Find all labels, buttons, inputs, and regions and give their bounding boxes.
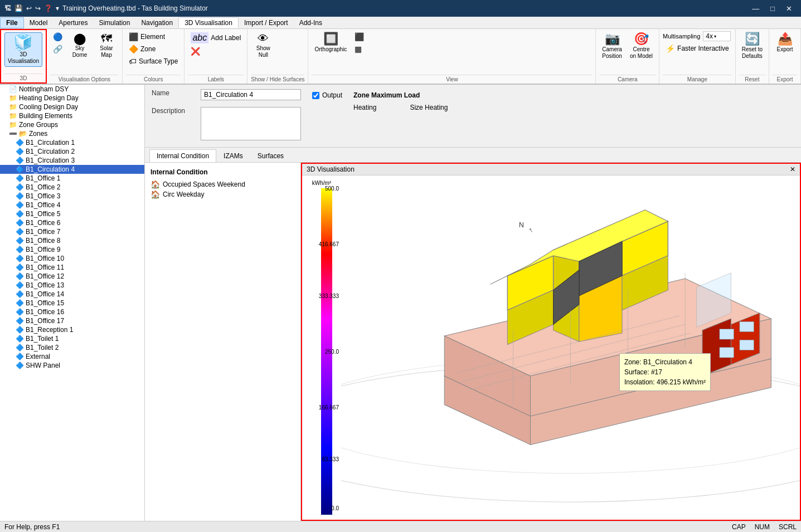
btn-reset-defaults-label: Reset toDefaults xyxy=(742,46,763,60)
btn-view-2d[interactable]: ⬛ xyxy=(352,31,367,42)
ic-item-2[interactable]: 🏠 Circ Weekday xyxy=(151,189,295,199)
quick-access-redo[interactable]: ↪ xyxy=(35,4,41,12)
b1-office-8-icon: 🔷 xyxy=(16,237,24,245)
sidebar-item-heating-design-day[interactable]: 📁 Heating Design Day xyxy=(0,94,144,103)
quick-access-help[interactable]: ❓ xyxy=(44,4,52,12)
ribbon-group-camera-content: 📷 CameraPosition 🎯 Centreon Model xyxy=(599,31,656,74)
sidebar-item-b1-office-17[interactable]: 🔷 B1_Office 17 xyxy=(0,316,144,325)
btn-view-grid[interactable]: ▦ xyxy=(352,43,367,55)
btn-3d-visualisation[interactable]: 🧊 3DVisualisation xyxy=(4,32,42,67)
btn-reset-defaults[interactable]: 🔄 Reset toDefaults xyxy=(739,31,765,61)
svg-text:N: N xyxy=(519,221,524,229)
building-canvas[interactable]: ↑ N xyxy=(341,175,800,519)
name-field-label: Name xyxy=(152,89,196,97)
menu-apertures[interactable]: Apertures xyxy=(53,18,93,28)
sidebar-item-b1-office-5[interactable]: 🔷 B1_Office 5 xyxy=(0,209,144,218)
btn-remove-label[interactable]: ❌ xyxy=(188,46,244,57)
name-input[interactable] xyxy=(201,89,301,100)
menu-model[interactable]: Model xyxy=(24,18,54,28)
sidebar-item-b1-office-8[interactable]: 🔷 B1_Office 8 xyxy=(0,236,144,245)
size-heating-col-label: Size Heating xyxy=(410,104,448,111)
btn-element-colour[interactable]: ⬛ Element xyxy=(126,31,181,42)
quick-access-save[interactable]: 💾 xyxy=(14,4,23,12)
zone-max-load-section: Zone Maximum Load Heating Size Heating xyxy=(353,89,794,111)
sidebar-item-b1-reception-1[interactable]: 🔷 B1_Reception 1 xyxy=(0,325,144,334)
sidebar-item-building-elements[interactable]: 📁 Building Elements xyxy=(0,111,144,120)
scale-label-416: 416.667 xyxy=(319,241,339,247)
btn-camera-position[interactable]: 📷 CameraPosition xyxy=(599,31,625,61)
sidebar-item-b1-office-16[interactable]: 🔷 B1_Office 16 xyxy=(0,308,144,316)
sidebar-item-b1-office-15[interactable]: 🔷 B1_Office 15 xyxy=(0,299,144,308)
sidebar-item-b1-office-1[interactable]: 🔷 B1_Office 1 xyxy=(0,174,144,183)
btn-solar-map[interactable]: 🗺 SolarMap xyxy=(94,31,119,60)
ribbon-group-3d: 🧊 3DVisualisation 3D xyxy=(0,29,47,84)
btn-surface-type[interactable]: 🏷 Surface Type xyxy=(126,56,181,67)
quick-access-dropdown[interactable]: ▾ xyxy=(56,4,59,12)
btn-faster-interactive[interactable]: ⚡ Faster Interactive xyxy=(663,43,732,54)
sidebar-tree: 📄 Nottingham DSY 📁 Heating Design Day 📁 … xyxy=(0,85,145,521)
btn-faster-interactive-label: Faster Interactive xyxy=(677,45,729,52)
sidebar-item-b1-office-9[interactable]: 🔷 B1_Office 9 xyxy=(0,245,144,254)
menu-file[interactable]: File xyxy=(0,17,24,28)
sidebar-item-b1-circ-2[interactable]: 🔷 B1_Circulation 2 xyxy=(0,147,144,156)
btn-add-label-text: Add Label xyxy=(211,34,241,42)
close-button[interactable]: ✕ xyxy=(781,3,797,14)
menu-simulation[interactable]: Simulation xyxy=(93,18,135,28)
menu-add-ins[interactable]: Add-Ins xyxy=(294,18,328,28)
sidebar-item-b1-office-12[interactable]: 🔷 B1_Office 12 xyxy=(0,272,144,281)
output-checkbox[interactable] xyxy=(312,92,319,99)
tab-izams[interactable]: IZAMs xyxy=(216,149,250,162)
external-icon: 🔷 xyxy=(16,353,24,360)
quick-access-undo[interactable]: ↩ xyxy=(26,4,32,12)
scale-label-250: 250.0 xyxy=(325,349,339,355)
sidebar-item-b1-office-4[interactable]: 🔷 B1_Office 4 xyxy=(0,201,144,209)
sidebar-item-b1-office-3[interactable]: 🔷 B1_Office 3 xyxy=(0,192,144,201)
tab-content-area: Internal Condition 🏠 Occupied Spaces Wee… xyxy=(145,163,301,521)
btn-show-null[interactable]: 👁 ShowNull xyxy=(251,31,275,60)
sidebar-item-b1-office-11[interactable]: 🔷 B1_Office 11 xyxy=(0,263,144,272)
sidebar-item-b1-toilet-1[interactable]: 🔷 B1_Toilet 1 xyxy=(0,334,144,343)
btn-orthographic-label: Orthographic xyxy=(314,46,347,53)
vis-panel: 3D Visualisation ✕ kWh/m² 500.0 416.667 … xyxy=(301,163,801,521)
sidebar-item-b1-office-13[interactable]: 🔷 B1_Office 13 xyxy=(0,281,144,290)
btn-vis-opt-1[interactable]: 🔵 xyxy=(50,31,65,42)
vis-close-icon[interactable]: ✕ xyxy=(790,165,795,173)
sidebar-item-b1-office-14[interactable]: 🔷 B1_Office 14 xyxy=(0,290,144,299)
sidebar-item-zone-groups[interactable]: 📁 Zone Groups xyxy=(0,120,144,129)
btn-orthographic[interactable]: 🔲 Orthographic xyxy=(312,31,349,55)
sidebar-item-b1-toilet-2[interactable]: 🔷 B1_Toilet 2 xyxy=(0,343,144,352)
sidebar-item-b1-office-6[interactable]: 🔷 B1_Office 6 xyxy=(0,218,144,227)
sidebar-item-b1-circ-1[interactable]: 🔷 B1_Circulation 1 xyxy=(0,138,144,147)
btn-add-label[interactable]: abc Add Label xyxy=(188,31,244,45)
sidebar-item-b1-office-10[interactable]: 🔷 B1_Office 10 xyxy=(0,254,144,263)
desc-textarea[interactable] xyxy=(201,107,301,140)
minimize-button[interactable]: — xyxy=(747,3,764,14)
multisampling-dropdown[interactable]: 4x ▾ xyxy=(703,31,731,41)
sidebar-item-external[interactable]: 🔷 External xyxy=(0,352,144,361)
b1-office-3-icon: 🔷 xyxy=(16,192,24,200)
ribbon-group-camera-label: Camera xyxy=(599,75,656,82)
menu-3d-visualisation[interactable]: 3D Visualisation xyxy=(178,17,239,28)
sidebar-item-b1-circ-4[interactable]: 🔷 B1_Circulation 4 xyxy=(0,165,144,174)
btn-zone-colour[interactable]: 🔶 Zone xyxy=(126,43,181,55)
ic-item-1[interactable]: 🏠 Occupied Spaces Weekend xyxy=(151,179,295,189)
btn-vis-opt-2[interactable]: 🔗 xyxy=(50,43,65,55)
sidebar-item-shw-panel[interactable]: 🔷 SHW Panel xyxy=(0,361,144,370)
btn-export[interactable]: 📤 Export xyxy=(773,31,797,55)
sidebar-item-nottingham-dsy[interactable]: 📄 Nottingham DSY xyxy=(0,85,144,94)
sidebar-item-b1-office-2[interactable]: 🔷 B1_Office 2 xyxy=(0,183,144,192)
sidebar-item-cooling-design-day[interactable]: 📁 Cooling Design Day xyxy=(0,103,144,111)
menu-import-export[interactable]: Import / Export xyxy=(239,18,294,28)
tab-internal-condition[interactable]: Internal Condition xyxy=(149,149,216,162)
sidebar-item-b1-circ-3[interactable]: 🔷 B1_Circulation 3 xyxy=(0,156,144,165)
sidebar-item-b1-office-7[interactable]: 🔷 B1_Office 7 xyxy=(0,227,144,236)
b1-circ-1-label: B1_Circulation 1 xyxy=(26,139,75,147)
tab-surfaces[interactable]: Surfaces xyxy=(250,149,291,162)
ic-item-1-icon: 🏠 xyxy=(151,180,160,189)
tabs-bar: Internal Condition IZAMs Surfaces xyxy=(145,148,801,163)
btn-centre-on-model[interactable]: 🎯 Centreon Model xyxy=(627,31,656,61)
menu-navigation[interactable]: Navigation xyxy=(135,18,178,28)
btn-sky-dome[interactable]: ⬤ SkyDome xyxy=(67,31,92,60)
maximize-button[interactable]: □ xyxy=(766,3,779,14)
sidebar-item-zones[interactable]: ➖ 📂 Zones xyxy=(0,129,144,138)
